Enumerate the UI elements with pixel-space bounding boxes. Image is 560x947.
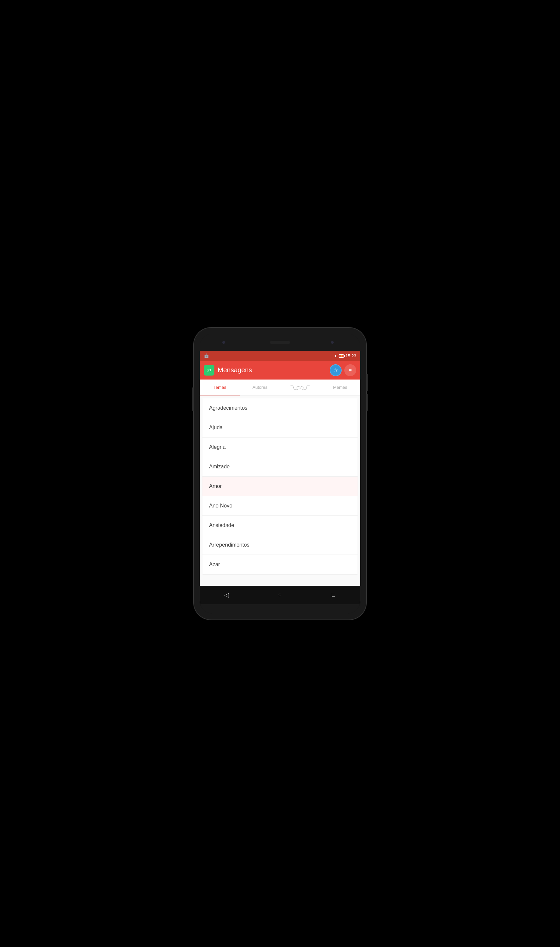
- status-time: 15:23: [345, 353, 356, 358]
- list-item[interactable]: Alegria: [203, 437, 357, 457]
- list-item[interactable]: Arrependimentos: [203, 535, 357, 555]
- list-item[interactable]: Ajuda: [203, 418, 357, 437]
- home-button[interactable]: ○: [273, 588, 287, 602]
- tab-memes[interactable]: Memes: [320, 380, 360, 396]
- star-icon: ☆: [333, 367, 338, 373]
- app-bar: ⇄ Mensagens ☆ ≡: [200, 361, 360, 380]
- back-icon: ◁: [224, 591, 229, 599]
- share-icon: ⇄: [207, 367, 211, 373]
- list-item-label: Azar: [209, 562, 220, 567]
- phone-device: 🤖 ▲ ⚡ 15:23 ⇄ Mensagens ☆: [194, 328, 366, 619]
- list-item-label: Amizade: [209, 464, 230, 470]
- list-item[interactable]: Ano Novo: [203, 496, 357, 516]
- screen: 🤖 ▲ ⚡ 15:23 ⇄ Mensagens ☆: [200, 351, 360, 604]
- themes-list: Agradecimentos Ajuda Alegria Amizade Amo…: [200, 396, 360, 586]
- list-item-label: Alegria: [209, 444, 226, 450]
- volume-up-button[interactable]: [366, 374, 368, 391]
- list-item-label: Ano Novo: [209, 503, 232, 508]
- status-right: ▲ ⚡ 15:23: [334, 353, 356, 358]
- front-camera: [222, 341, 225, 344]
- list-item-label: Arrependimentos: [209, 542, 249, 548]
- signal-icon: ▲: [334, 354, 338, 358]
- recents-button[interactable]: □: [327, 588, 340, 602]
- overflow-menu-icon: ≡: [349, 368, 352, 373]
- list-item-label: Amor: [209, 483, 222, 489]
- battery-bolt: ⚡: [340, 355, 343, 357]
- sensor: [331, 341, 334, 344]
- power-button[interactable]: [192, 388, 194, 411]
- top-bezel: [200, 334, 360, 351]
- favorites-button[interactable]: ☆: [330, 364, 342, 376]
- app-title: Mensagens: [218, 366, 330, 374]
- list-item[interactable]: Ansiedade: [203, 516, 357, 535]
- speaker-grille: [270, 341, 290, 344]
- app-bar-actions: ☆ ≡: [330, 364, 356, 376]
- app-logo: ⇄: [204, 365, 214, 376]
- tab-bar: Temas Autores ¯\_(ツ)_/¯ Memes: [200, 380, 360, 396]
- volume-down-button[interactable]: [366, 394, 368, 411]
- recents-icon: □: [332, 591, 335, 598]
- list-item[interactable]: Azar: [203, 555, 357, 574]
- list-item[interactable]: Agradecimentos: [203, 399, 357, 418]
- phone-screen-container: 🤖 ▲ ⚡ 15:23 ⇄ Mensagens ☆: [200, 334, 360, 614]
- battery-icon: ⚡: [338, 354, 344, 358]
- tab-autores[interactable]: Autores: [240, 380, 280, 396]
- list-item[interactable]: Amizade: [203, 457, 357, 477]
- status-bar: 🤖 ▲ ⚡ 15:23: [200, 351, 360, 361]
- bottom-nav: ◁ ○ □: [200, 586, 360, 604]
- list-item-amor[interactable]: Amor: [203, 477, 357, 496]
- list-item-label: Agradecimentos: [209, 405, 248, 411]
- tab-shrug[interactable]: ¯\_(ツ)_/¯: [280, 380, 320, 396]
- overflow-menu-button[interactable]: ≡: [344, 364, 356, 376]
- back-button[interactable]: ◁: [220, 588, 233, 602]
- themes-list-section: Agradecimentos Ajuda Alegria Amizade Amo…: [203, 399, 357, 574]
- notification-icon: 🤖: [204, 353, 209, 358]
- list-item-label: Ajuda: [209, 425, 223, 430]
- tab-temas[interactable]: Temas: [200, 380, 240, 396]
- home-icon: ○: [278, 591, 282, 598]
- list-item-label: Ansiedade: [209, 522, 234, 528]
- status-left: 🤖: [204, 353, 209, 358]
- bottom-bezel: [200, 604, 360, 614]
